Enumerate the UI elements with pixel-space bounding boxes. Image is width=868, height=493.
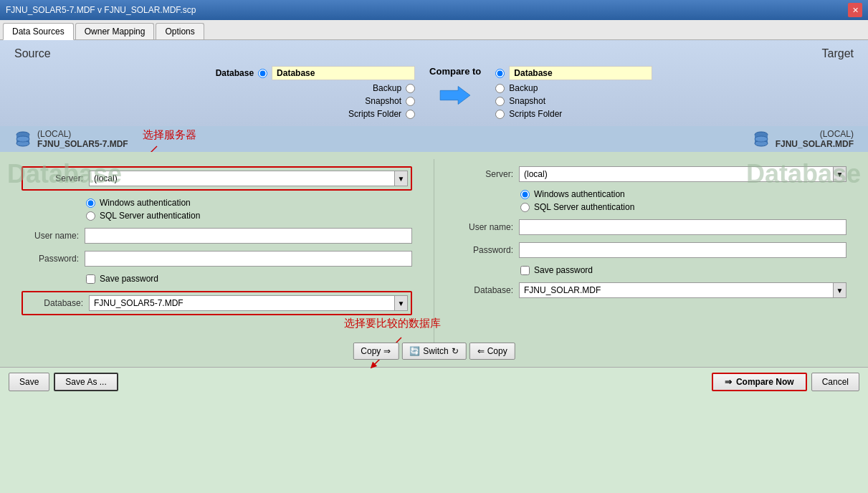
tab-bar: Data Sources Owner Mapping Options	[0, 20, 868, 40]
source-db-icon	[14, 130, 32, 148]
target-windows-auth-label: Windows authentication	[534, 189, 625, 199]
save-button[interactable]: Save	[9, 373, 49, 391]
source-backup-row: Backup	[373, 83, 415, 93]
target-username-row: User name:	[456, 219, 846, 235]
source-scripts-radio[interactable]	[406, 110, 415, 119]
target-backup-row: Backup	[495, 83, 538, 93]
cancel-button[interactable]: Cancel	[811, 373, 859, 391]
target-scripts-row: Scripts Folder	[495, 109, 562, 119]
svg-marker-0	[440, 87, 470, 105]
source-sql-auth-label: SQL Server authentication	[100, 211, 200, 221]
target-database-select-input[interactable]	[520, 283, 833, 297]
center-action-buttons: Copy ⇒ 🔄 Switch ↻ ⇐ Copy	[353, 343, 515, 360]
target-save-password-label: Save password	[534, 265, 593, 275]
title-bar: FJNU_SOLAR5-7.MDF v FJNU_SOLAR.MDF.scp ✕	[0, 0, 868, 20]
target-password-input[interactable]	[519, 242, 846, 258]
source-server-dropdown-btn[interactable]: ▼	[394, 171, 407, 186]
target-username-input[interactable]	[519, 219, 846, 235]
target-save-password-checkbox[interactable]	[520, 266, 530, 275]
source-database-select-input[interactable]	[90, 296, 394, 310]
source-password-label: Password:	[22, 254, 79, 264]
source-snapshot-radio[interactable]	[406, 97, 415, 106]
target-password-label: Password:	[456, 245, 513, 255]
source-server-label: Server:	[26, 173, 83, 183]
source-windows-auth-radio[interactable]	[86, 198, 95, 208]
target-database-radio[interactable]	[495, 69, 505, 78]
target-database-row	[495, 66, 652, 80]
target-snapshot-radio[interactable]	[495, 97, 505, 106]
switch-button[interactable]: 🔄 Switch ↻	[401, 343, 466, 360]
left-panel: Server: ▼ Windows authentication SQL Ser…	[0, 152, 434, 367]
source-windows-auth-row: Windows authentication	[86, 198, 412, 208]
target-server-input[interactable]	[520, 167, 833, 181]
target-scripts-label: Scripts Folder	[509, 109, 562, 119]
top-section: Source Target Database Backup Snapshot S…	[0, 40, 868, 126]
arrow-icon	[437, 81, 473, 110]
server-info-row: (LOCAL) FJNU_SOLAR5-7.MDF 选择服务器 (LOCAL) …	[0, 126, 868, 152]
copy-left-button[interactable]: Copy ⇒	[353, 343, 399, 360]
source-password-input[interactable]	[85, 251, 412, 267]
switch-icon: 🔄	[409, 346, 420, 356]
source-server-info: (LOCAL) FJNU_SOLAR5-7.MDF	[14, 129, 128, 149]
target-server-name: (LOCAL)	[776, 129, 854, 139]
target-save-password-row: Save password	[520, 265, 846, 275]
source-snapshot-row: Snapshot	[365, 96, 415, 106]
target-backup-radio[interactable]	[495, 84, 505, 93]
target-windows-auth-radio[interactable]	[520, 190, 530, 199]
switch-arrow-icon: ↻	[452, 346, 459, 356]
source-scripts-row: Scripts Folder	[348, 109, 415, 119]
source-db-name: FJNU_SOLAR5-7.MDF	[37, 139, 128, 149]
target-snapshot-row: Snapshot	[495, 96, 545, 106]
tab-owner-mapping[interactable]: Owner Mapping	[75, 23, 155, 39]
source-database-select[interactable]: ▼	[89, 295, 408, 311]
source-server-input[interactable]	[90, 171, 394, 186]
source-database-dropdown-btn[interactable]: ▼	[394, 296, 407, 310]
title-text: FJNU_SOLAR5-7.MDF v FJNU_SOLAR.MDF.scp	[6, 5, 196, 15]
compare-now-label: Compare Now	[736, 377, 794, 387]
target-sql-auth-radio[interactable]	[520, 203, 530, 212]
tab-options[interactable]: Options	[156, 23, 204, 39]
source-backup-radio[interactable]	[406, 84, 415, 93]
main-panels: Database Database Server: ▼ Windows auth…	[0, 152, 868, 367]
source-sql-auth-radio[interactable]	[86, 211, 95, 221]
source-save-password-checkbox[interactable]	[86, 274, 95, 284]
source-server-box: Server: ▼	[22, 166, 412, 191]
target-server-label: Server:	[456, 169, 513, 179]
source-database-row: Database	[216, 66, 415, 80]
source-label: Source	[14, 47, 51, 60]
source-database-box: Database: ▼	[22, 291, 412, 315]
save-as-button[interactable]: Save As ...	[54, 373, 118, 391]
bottom-right-buttons: ⇒ Compare Now Cancel	[712, 373, 859, 391]
source-target-labels: Source Target	[14, 47, 854, 60]
target-database-select[interactable]: ▼	[519, 282, 846, 298]
source-database-select-label: Database:	[26, 298, 83, 308]
target-server-info: (LOCAL) FJNU_SOLAR.MDF	[753, 129, 854, 149]
copy-right-button[interactable]: ⇐ Copy	[469, 343, 515, 360]
bottom-left-buttons: Save Save As ...	[9, 373, 118, 391]
compare-to-section: Compare to	[429, 66, 481, 110]
target-server-dropdown-btn[interactable]: ▼	[833, 167, 846, 181]
target-password-row: Password:	[456, 242, 846, 258]
close-button[interactable]: ✕	[848, 3, 862, 17]
target-database-select-label: Database:	[456, 285, 513, 295]
source-database-label: Database	[216, 68, 254, 78]
target-database-input[interactable]	[509, 66, 652, 80]
source-server-select[interactable]: ▼	[89, 171, 408, 186]
svg-point-8	[755, 136, 768, 142]
annotation-select-server: 选择服务器	[143, 128, 196, 142]
target-database-dropdown-btn[interactable]: ▼	[833, 283, 846, 297]
source-username-input[interactable]	[85, 228, 412, 244]
copy-left-arrow-icon: ⇒	[383, 346, 391, 356]
copy-left-label: Copy	[361, 346, 381, 356]
source-database-radio[interactable]	[258, 69, 267, 78]
target-server-select[interactable]: ▼	[519, 166, 846, 182]
right-panel: Server: ▼ Windows authentication SQL Ser…	[434, 152, 868, 367]
target-scripts-radio[interactable]	[495, 110, 505, 119]
compare-now-button[interactable]: ⇒ Compare Now	[712, 373, 807, 391]
annotation-select-database: 选择要比较的数据库	[344, 317, 441, 329]
target-options: Backup Snapshot Scripts Folder	[495, 66, 652, 119]
source-database-input[interactable]	[272, 66, 415, 80]
source-username-label: User name:	[22, 231, 79, 241]
tab-data-sources[interactable]: Data Sources	[3, 23, 74, 40]
source-snapshot-label: Snapshot	[365, 96, 401, 106]
